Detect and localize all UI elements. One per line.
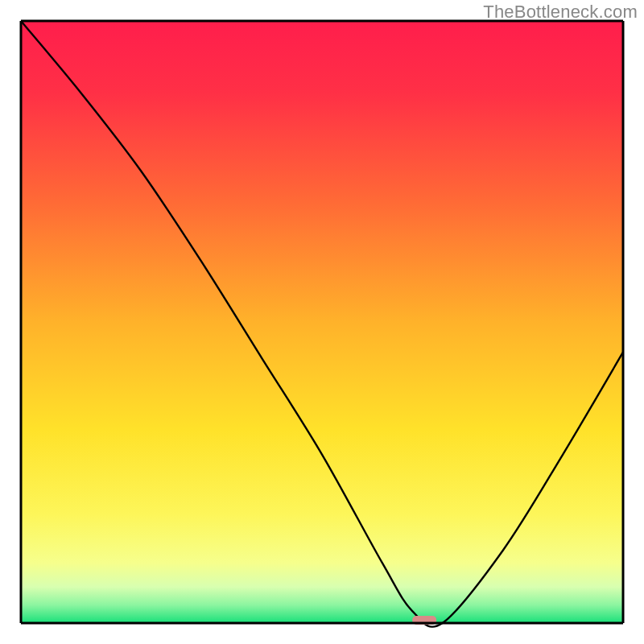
chart-svg (0, 0, 644, 644)
plot-gradient-bg (21, 21, 623, 623)
bottleneck-chart: TheBottleneck.com (0, 0, 644, 644)
watermark-text: TheBottleneck.com (483, 2, 638, 23)
